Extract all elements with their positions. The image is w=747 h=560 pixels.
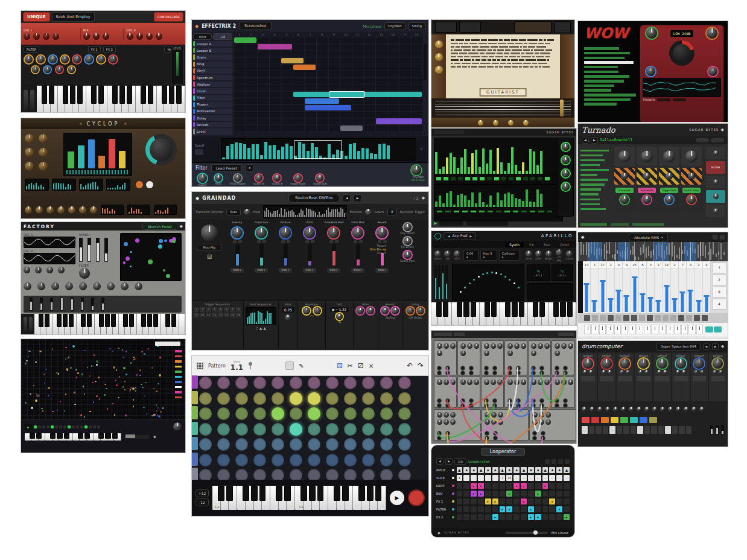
preset-display[interactable]: DallasDownhill	[600, 138, 633, 142]
note-dot[interactable]	[77, 372, 79, 374]
piano-key-black[interactable]	[39, 314, 43, 327]
tick-cell[interactable]	[606, 325, 613, 334]
tuner-knob[interactable]	[478, 120, 483, 126]
tool-icon[interactable]	[720, 235, 725, 240]
seq-led[interactable]	[34, 425, 37, 428]
pattern-cell[interactable]	[235, 377, 248, 389]
drum-step[interactable]	[596, 426, 602, 434]
slice-cell[interactable]	[528, 491, 534, 497]
drive-knob[interactable]	[707, 28, 717, 39]
pattern-cell[interactable]	[235, 423, 248, 436]
lfo2-module[interactable]: ∿ LFO 2	[552, 264, 574, 281]
preset-display[interactable]: Seek And Employ	[52, 12, 95, 22]
preset-display[interactable]: Screenshot	[239, 22, 272, 30]
pattern-cell[interactable]	[272, 438, 284, 451]
slice-cell[interactable]	[457, 491, 463, 497]
gate-step[interactable]	[545, 177, 550, 180]
mod-knob[interactable]	[51, 282, 59, 290]
slot-knob[interactable]	[643, 173, 650, 180]
pattern-cell[interactable]	[235, 438, 248, 451]
delay-knob[interactable]	[417, 307, 424, 314]
gate-step[interactable]	[530, 177, 535, 180]
mini-toggle[interactable]	[262, 240, 266, 243]
arp-pad-area[interactable]	[452, 264, 524, 301]
step-number[interactable]: 13	[583, 261, 590, 269]
global-knob[interactable]	[621, 407, 626, 412]
mixer-fader[interactable]	[79, 238, 83, 262]
slice-cell[interactable]: ▲	[500, 467, 506, 473]
piano-key-black[interactable]	[57, 433, 62, 439]
slice-cell[interactable]: ▲	[556, 467, 562, 473]
slice-cell[interactable]: ··	[549, 475, 555, 481]
effect-row-label[interactable]: Ring	[193, 62, 232, 67]
slice-cell[interactable]: ▸	[471, 483, 477, 489]
slice-cell[interactable]	[513, 514, 520, 520]
slice-cell[interactable]	[492, 483, 498, 489]
group-button[interactable]	[620, 417, 628, 423]
pattern-cell[interactable]	[235, 392, 248, 405]
mod-mix-button[interactable]: Mod Mix	[197, 244, 222, 250]
mini-toggle[interactable]	[238, 240, 242, 243]
note-dot[interactable]	[144, 353, 145, 355]
effect-list-item[interactable]	[580, 169, 609, 171]
mini-knob[interactable]	[719, 370, 723, 374]
note-dot[interactable]	[52, 348, 54, 350]
piano-key-black[interactable]	[276, 486, 282, 501]
mod-wheel[interactable]	[30, 90, 34, 110]
step-slider[interactable]	[697, 302, 700, 312]
cut-icon[interactable]: ✂	[348, 362, 353, 370]
pattern-cell[interactable]	[290, 407, 302, 420]
pattern-cell[interactable]	[326, 423, 339, 436]
mod-knob[interactable]	[107, 282, 115, 290]
preset-item[interactable]	[584, 61, 634, 64]
cyclops-wheel[interactable]	[145, 134, 177, 165]
gate-step[interactable]	[458, 177, 463, 180]
trigger-step[interactable]: 6	[224, 307, 229, 312]
slice-cell[interactable]	[463, 514, 469, 520]
channel-pad[interactable]	[674, 376, 688, 381]
mod-slider[interactable]	[332, 244, 336, 266]
note-dot[interactable]	[74, 392, 76, 393]
matrix-dot[interactable]	[148, 259, 153, 264]
note-dot[interactable]	[133, 406, 135, 407]
pattern-cell[interactable]	[362, 392, 375, 405]
slice-cell[interactable]	[542, 498, 548, 504]
lfo-knob[interactable]	[336, 313, 343, 320]
gate-step[interactable]	[501, 177, 506, 180]
slice-cell[interactable]	[471, 514, 477, 520]
step-number[interactable]: 4	[623, 261, 630, 269]
global-knob[interactable]	[582, 407, 586, 412]
note-dot[interactable]	[28, 351, 30, 352]
pattern-cell[interactable]	[308, 454, 320, 466]
slice-cell[interactable]	[500, 483, 506, 489]
slice-cell[interactable]: ▲	[506, 467, 512, 473]
env-knob[interactable]	[314, 307, 321, 314]
slice-cell[interactable]	[564, 491, 570, 497]
piano-key-black[interactable]	[567, 302, 573, 317]
rnd-button[interactable]: RND ▾	[255, 268, 268, 273]
piano-key-black[interactable]	[98, 86, 104, 104]
piano-key-black[interactable]	[171, 314, 176, 327]
channel-knob[interactable]	[676, 358, 686, 369]
note-dot[interactable]	[107, 408, 109, 410]
aux-button[interactable]	[705, 326, 713, 332]
mute-step[interactable]	[584, 315, 590, 321]
fx-slot-named[interactable]: Burnalizer	[637, 186, 657, 213]
drum-channel[interactable]: Default	[691, 353, 708, 401]
note-dot[interactable]	[109, 348, 111, 350]
pattern-cell[interactable]	[217, 423, 230, 436]
note-dot[interactable]	[130, 389, 132, 391]
note-dot[interactable]	[48, 387, 50, 389]
mini-toggle[interactable]	[305, 240, 309, 243]
trigger-step[interactable]: 5	[218, 307, 223, 312]
note-dot[interactable]	[76, 377, 78, 378]
note-dot[interactable]	[160, 411, 162, 413]
seq-knob[interactable]	[562, 183, 570, 191]
rnd-value[interactable]: 0.75	[282, 307, 294, 313]
slice-cell[interactable]	[513, 498, 520, 504]
note-dot[interactable]	[38, 395, 40, 396]
pin-icon[interactable]	[248, 362, 253, 369]
mini-knob[interactable]	[682, 370, 686, 374]
note-dot[interactable]	[118, 397, 119, 399]
note-dot[interactable]	[35, 361, 37, 363]
